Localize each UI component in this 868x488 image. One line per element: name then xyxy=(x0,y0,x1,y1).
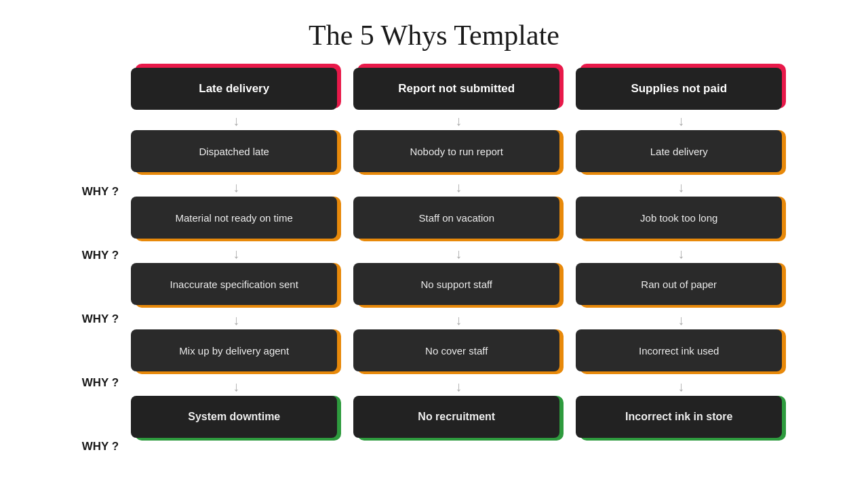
row-text-1-3: Inaccurate specification sent xyxy=(163,279,305,290)
row-text-2-4: No cover staff xyxy=(418,345,494,357)
row-text-2-1: Nobody to run report xyxy=(403,146,510,157)
row-box-3-5: Incorrect ink in store xyxy=(576,396,782,438)
row-2-2: Staff on vacation xyxy=(353,197,564,244)
row-2-5: No recruitment xyxy=(353,396,564,443)
row-box-1-2: Material not ready on time xyxy=(131,197,337,239)
row-box-2-5: No recruitment xyxy=(353,396,559,438)
arrow-1-1: ↓ xyxy=(233,180,239,194)
row-text-3-4: Incorrect ink used xyxy=(632,345,726,357)
row-box-2-4: No cover staff xyxy=(353,329,559,371)
row-3-3: Ran out of paper xyxy=(576,263,786,310)
row-text-2-3: No support staff xyxy=(414,279,499,290)
row-box-3-2: Job took too long xyxy=(576,197,782,239)
column-3: Supplies not paid ↓ Late delivery ↓ Job … xyxy=(576,64,786,443)
arrow-3-2: ↓ xyxy=(677,247,684,260)
row-text-3-3: Ran out of paper xyxy=(634,279,724,290)
arrow-3-1: ↓ xyxy=(677,180,684,194)
header-box-3: Supplies not paid xyxy=(576,64,786,111)
arrow-3-3: ↓ xyxy=(677,313,684,327)
row-1-5: System downtime xyxy=(131,396,341,443)
row-box-2-1: Nobody to run report xyxy=(353,130,559,172)
arrow-3-4: ↓ xyxy=(677,380,684,393)
row-2-1: Nobody to run report xyxy=(353,130,564,178)
row-box-2-3: No support staff xyxy=(353,263,559,305)
row-box-1-1: Dispatched late xyxy=(131,130,337,172)
header-text-1: Late delivery xyxy=(199,82,269,96)
why-label-2: WHY ? xyxy=(82,224,119,287)
header-inner-1: Late delivery xyxy=(131,68,337,110)
row-3-2: Job took too long xyxy=(576,197,786,244)
row-box-3-1: Late delivery xyxy=(576,130,782,172)
arrow-2-2: ↓ xyxy=(455,247,462,260)
row-text-1-2: Material not ready on time xyxy=(169,212,300,224)
column-1: Late delivery ↓ Dispatched late ↓ Materi… xyxy=(131,64,341,443)
row-1-2: Material not ready on time xyxy=(131,197,341,244)
arrow-2-3: ↓ xyxy=(455,313,462,327)
header-box-1: Late delivery xyxy=(131,64,341,111)
row-text-3-2: Job took too long xyxy=(633,212,724,224)
row-2-4: No cover staff xyxy=(353,329,564,377)
arrow-1-4: ↓ xyxy=(233,380,239,393)
row-3-1: Late delivery xyxy=(576,130,786,178)
header-inner-3: Supplies not paid xyxy=(576,68,782,110)
row-3-5: Incorrect ink in store xyxy=(576,396,786,443)
header-inner-2: Report not submitted xyxy=(353,68,559,110)
header-text-2: Report not submitted xyxy=(398,82,515,96)
row-2-3: No support staff xyxy=(353,263,564,310)
why-label-1: WHY ? xyxy=(82,160,119,224)
row-1-3: Inaccurate specification sent xyxy=(131,263,341,310)
why-labels-column: WHY ? WHY ? WHY ? WHY ? WHY ? xyxy=(82,64,131,479)
header-box-2: Report not submitted xyxy=(353,64,564,111)
row-text-2-2: Staff on vacation xyxy=(412,212,501,224)
arrow-2-1: ↓ xyxy=(455,180,462,194)
row-box-3-3: Ran out of paper xyxy=(576,263,782,305)
row-3-4: Incorrect ink used xyxy=(576,329,786,377)
why-label-3: WHY ? xyxy=(82,287,119,351)
column-2: Report not submitted ↓ Nobody to run rep… xyxy=(353,64,564,443)
row-text-3-1: Late delivery xyxy=(644,146,715,157)
row-box-3-4: Incorrect ink used xyxy=(576,329,782,371)
row-text-3-5: Incorrect ink in store xyxy=(618,411,739,423)
row-box-2-2: Staff on vacation xyxy=(353,197,559,239)
arrow-3-0: ↓ xyxy=(677,114,684,127)
row-box-1-4: Mix up by delivery agent xyxy=(131,329,337,371)
arrow-1-2: ↓ xyxy=(233,247,239,260)
arrow-1-0: ↓ xyxy=(233,114,239,127)
row-text-1-5: System downtime xyxy=(181,411,287,423)
row-box-1-5: System downtime xyxy=(131,396,337,438)
row-1-4: Mix up by delivery agent xyxy=(131,329,341,377)
row-box-1-3: Inaccurate specification sent xyxy=(131,263,337,305)
row-text-1-1: Dispatched late xyxy=(193,146,276,157)
why-label-4: WHY ? xyxy=(82,351,119,415)
row-1-1: Dispatched late xyxy=(131,130,341,178)
row-text-1-4: Mix up by delivery agent xyxy=(172,345,296,357)
arrow-2-4: ↓ xyxy=(455,380,462,393)
columns-container: Late delivery ↓ Dispatched late ↓ Materi… xyxy=(131,64,786,443)
why-label-5: WHY ? xyxy=(82,415,119,479)
arrow-1-3: ↓ xyxy=(233,313,239,327)
page-title: The 5 Whys Template xyxy=(0,0,868,64)
arrow-2-0: ↓ xyxy=(455,114,462,127)
row-text-2-5: No recruitment xyxy=(411,411,502,423)
header-text-3: Supplies not paid xyxy=(631,82,727,96)
